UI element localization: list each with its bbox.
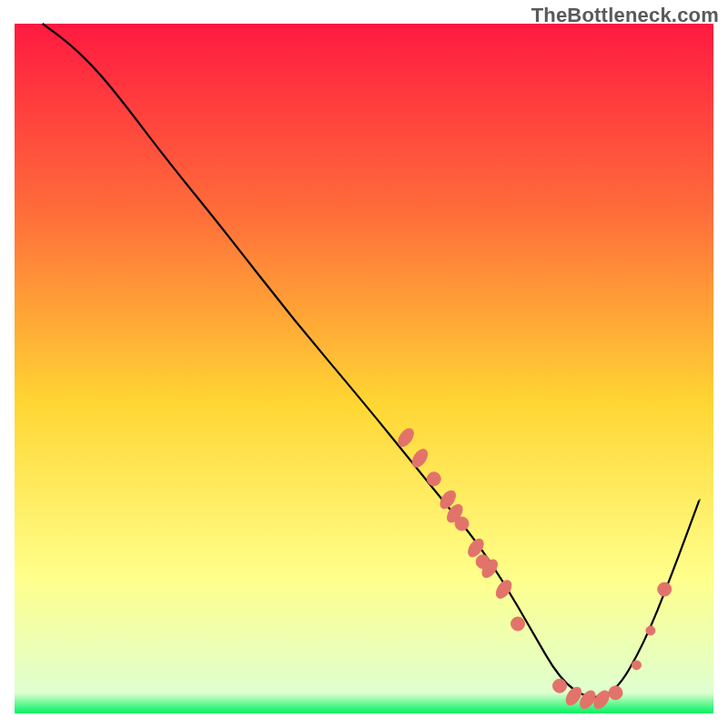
highlight-point <box>632 661 642 670</box>
bottleneck-plot <box>0 0 728 728</box>
plot-background <box>15 24 713 713</box>
highlight-point <box>511 617 525 631</box>
highlight-point <box>553 679 567 693</box>
highlight-point <box>609 686 622 700</box>
watermark-label: TheBottleneck.com <box>531 4 719 27</box>
chart-container: TheBottleneck.com <box>0 0 728 728</box>
highlight-point <box>455 517 469 531</box>
highlight-point <box>646 626 655 635</box>
highlight-point <box>658 582 672 596</box>
highlight-point <box>427 472 440 486</box>
